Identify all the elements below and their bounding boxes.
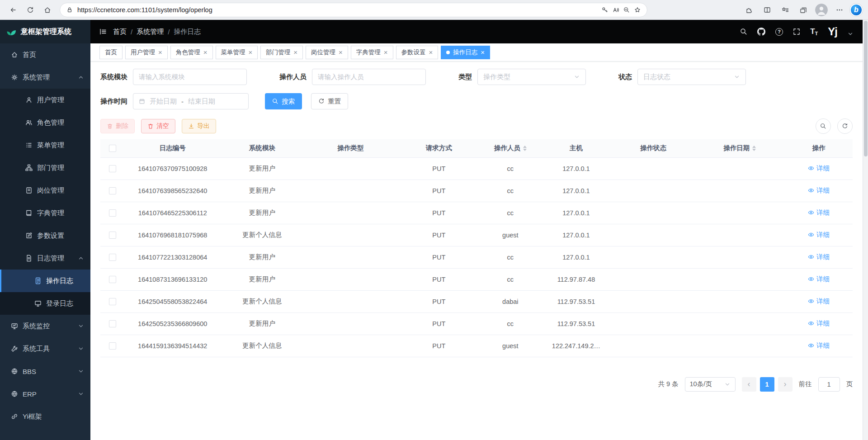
yi-logo[interactable]: Yj bbox=[828, 26, 837, 37]
split-screen-icon[interactable] bbox=[760, 2, 775, 18]
reload-button[interactable] bbox=[23, 2, 38, 18]
sidebar-item-dict-management[interactable]: 字典管理 bbox=[0, 202, 90, 224]
url-text[interactable]: https://ccnetcore.com:1101/system/log/op… bbox=[77, 6, 597, 14]
search-icon[interactable] bbox=[740, 28, 747, 35]
detail-link[interactable]: 详细 bbox=[808, 275, 830, 284]
sidebar-item-yi-framework[interactable]: Yi框架 bbox=[0, 405, 90, 428]
export-button[interactable]: 导出 bbox=[182, 119, 216, 133]
close-icon[interactable]: × bbox=[249, 49, 253, 56]
tab-post-management[interactable]: 岗位管理× bbox=[306, 46, 348, 59]
close-icon[interactable]: × bbox=[293, 49, 297, 56]
sidebar-item-home[interactable]: 首页 bbox=[0, 43, 90, 66]
close-icon[interactable]: × bbox=[429, 49, 433, 56]
row-checkbox[interactable] bbox=[109, 276, 116, 283]
tab-menu-management[interactable]: 菜单管理× bbox=[216, 46, 258, 59]
sidebar-item-post-management[interactable]: 岗位管理 bbox=[0, 179, 90, 202]
sidebar-item-role-management[interactable]: 角色管理 bbox=[0, 111, 90, 134]
sidebar-item-menu-management[interactable]: 菜单管理 bbox=[0, 134, 90, 156]
select-all-checkbox[interactable] bbox=[109, 145, 116, 152]
breadcrumb-home[interactable]: 首页 bbox=[113, 28, 127, 36]
row-checkbox[interactable] bbox=[109, 187, 116, 194]
collections-icon[interactable] bbox=[796, 2, 811, 18]
settings-more-icon[interactable] bbox=[832, 2, 847, 18]
sidebar-item-department-management[interactable]: 部门管理 bbox=[0, 156, 90, 179]
fullscreen-icon[interactable] bbox=[793, 28, 800, 35]
detail-link[interactable]: 详细 bbox=[808, 341, 830, 350]
close-icon[interactable]: × bbox=[203, 49, 208, 56]
search-button[interactable]: 搜索 bbox=[265, 93, 302, 109]
row-checkbox[interactable] bbox=[109, 254, 116, 261]
breadcrumb-system[interactable]: 系统管理 bbox=[137, 28, 164, 36]
operator-input[interactable] bbox=[312, 69, 426, 85]
sidebar-item-erp[interactable]: ERP bbox=[0, 383, 90, 405]
delete-button[interactable]: 删除 bbox=[100, 119, 135, 133]
help-icon[interactable]: ? bbox=[775, 28, 783, 36]
close-icon[interactable]: × bbox=[384, 49, 388, 56]
detail-link[interactable]: 详细 bbox=[808, 186, 830, 195]
row-checkbox[interactable] bbox=[109, 165, 116, 172]
detail-link[interactable]: 详细 bbox=[808, 297, 830, 306]
sidebar-item-system-tools[interactable]: 系统工具 bbox=[0, 337, 90, 360]
type-select[interactable]: 操作类型 bbox=[477, 69, 586, 85]
detail-link[interactable]: 详细 bbox=[808, 231, 830, 239]
close-icon[interactable]: × bbox=[481, 49, 485, 56]
favorites-bar-icon[interactable] bbox=[778, 2, 793, 18]
row-checkbox[interactable] bbox=[109, 342, 116, 350]
chevron-down-icon[interactable] bbox=[847, 31, 854, 37]
next-page-button[interactable]: › bbox=[778, 377, 793, 392]
col-operator[interactable]: 操作人员 bbox=[480, 139, 540, 157]
tab-param-settings[interactable]: 参数设置× bbox=[396, 46, 439, 59]
window-scrollbar[interactable] bbox=[863, 20, 868, 440]
sidebar-item-bbs[interactable]: BBS bbox=[0, 360, 90, 383]
detail-link[interactable]: 详细 bbox=[808, 164, 830, 173]
close-icon[interactable]: × bbox=[158, 49, 162, 56]
tab-operation-log[interactable]: 操作日志× bbox=[441, 46, 490, 59]
sidebar-item-system-monitor[interactable]: 系统监控 bbox=[0, 315, 90, 337]
copilot-bing-icon[interactable]: b bbox=[850, 4, 863, 16]
page-size-select[interactable]: 10条/页 bbox=[685, 377, 736, 392]
sidebar-item-operation-log[interactable]: 操作日志 bbox=[0, 270, 90, 292]
detail-link[interactable]: 详细 bbox=[808, 208, 830, 217]
detail-link[interactable]: 详细 bbox=[808, 253, 830, 261]
row-checkbox[interactable] bbox=[109, 298, 116, 305]
row-checkbox[interactable] bbox=[109, 232, 116, 239]
refresh-table-button[interactable] bbox=[837, 118, 853, 134]
sidebar-item-user-management[interactable]: 用户管理 bbox=[0, 89, 90, 111]
sidebar-item-login-log[interactable]: 登录日志 bbox=[0, 292, 90, 315]
date-range-picker[interactable]: 开始日期 - 结束日期 bbox=[133, 93, 249, 109]
sort-icons[interactable] bbox=[752, 146, 756, 151]
profile-avatar[interactable] bbox=[814, 2, 829, 18]
github-icon[interactable] bbox=[757, 28, 765, 36]
reset-button[interactable]: 重置 bbox=[311, 93, 348, 109]
address-bar[interactable]: https://ccnetcore.com:1101/system/log/op… bbox=[60, 3, 647, 17]
back-button[interactable] bbox=[5, 2, 21, 18]
font-size-icon[interactable]: TT bbox=[810, 27, 818, 36]
read-aloud-icon[interactable] bbox=[613, 7, 619, 13]
row-checkbox[interactable] bbox=[109, 320, 116, 327]
tab-department-management[interactable]: 部门管理× bbox=[260, 46, 303, 59]
sidebar-item-system-management[interactable]: 系统管理 bbox=[0, 66, 90, 89]
sidebar-item-param-settings[interactable]: 参数设置 bbox=[0, 224, 90, 247]
tab-role-management[interactable]: 角色管理× bbox=[170, 46, 213, 59]
detail-link[interactable]: 详细 bbox=[808, 319, 830, 328]
extensions-icon[interactable] bbox=[741, 2, 757, 18]
zoom-out-icon[interactable] bbox=[623, 7, 630, 13]
sort-icons[interactable] bbox=[523, 146, 527, 151]
app-logo[interactable]: 意框架管理系统 bbox=[0, 20, 90, 43]
page-number-1[interactable]: 1 bbox=[760, 377, 774, 392]
close-icon[interactable]: × bbox=[339, 49, 343, 56]
module-input[interactable] bbox=[133, 69, 247, 85]
home-button[interactable] bbox=[40, 2, 55, 18]
menu-fold-icon[interactable] bbox=[99, 28, 107, 35]
tab-home[interactable]: 首页 bbox=[99, 46, 123, 59]
add-favorite-star-icon[interactable] bbox=[634, 7, 641, 13]
status-select[interactable]: 日志状态 bbox=[637, 69, 746, 85]
sidebar-item-log-management[interactable]: 日志管理 bbox=[0, 247, 90, 270]
goto-page-input[interactable] bbox=[818, 377, 840, 392]
tab-dict-management[interactable]: 字典管理× bbox=[351, 46, 393, 59]
tab-user-management[interactable]: 用户管理× bbox=[125, 46, 168, 59]
clear-button[interactable]: 清空 bbox=[141, 119, 175, 133]
prev-page-button[interactable]: ‹ bbox=[742, 377, 756, 392]
col-date[interactable]: 操作日期 bbox=[695, 139, 785, 157]
password-key-icon[interactable] bbox=[602, 7, 608, 13]
